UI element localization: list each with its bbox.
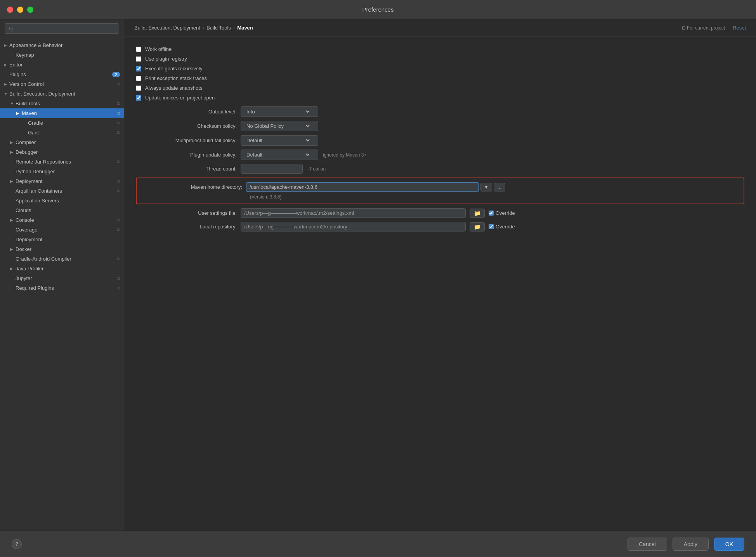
multiproject-policy-label: Multiproject build fail policy: bbox=[136, 138, 237, 143]
output-level-dropdown[interactable]: Info Debug Quiet bbox=[241, 106, 318, 117]
main-layout: ▶ Appearance & Behavior ▶ Keymap ▶ Edito… bbox=[0, 19, 756, 531]
sidebar-item-appearance-behavior[interactable]: ▶ Appearance & Behavior bbox=[0, 40, 124, 50]
copy-icon: ⧉ bbox=[117, 285, 120, 291]
execute-goals-row: Execute goals recursively bbox=[136, 64, 744, 73]
print-exception-checkbox[interactable] bbox=[136, 76, 141, 81]
help-button[interactable]: ? bbox=[12, 539, 22, 549]
sidebar-item-console[interactable]: ▶ Console ⧉ bbox=[0, 215, 124, 225]
sidebar-item-editor[interactable]: ▶ Editor bbox=[0, 60, 124, 70]
minimize-button[interactable] bbox=[17, 7, 23, 13]
update-indices-label: Update indices on project open bbox=[145, 95, 215, 101]
sidebar-item-clouds[interactable]: ▶ Clouds bbox=[0, 205, 124, 215]
thread-count-control: -T option bbox=[241, 164, 326, 174]
multiproject-policy-dropdown[interactable]: Default At End Never Fail Fast bbox=[241, 135, 318, 146]
user-settings-override-checkbox[interactable] bbox=[489, 211, 494, 216]
sidebar-item-docker[interactable]: ▶ Docker bbox=[0, 244, 124, 254]
checksum-policy-control: No Global Policy Strict Lax Ignore bbox=[241, 121, 318, 131]
local-repo-input[interactable] bbox=[241, 222, 466, 232]
sidebar-item-deployment2[interactable]: ▶ Deployment bbox=[0, 235, 124, 244]
sidebar-item-label: Coverage bbox=[9, 227, 37, 233]
sidebar-item-label: Deployment bbox=[16, 178, 42, 184]
user-settings-input[interactable] bbox=[241, 208, 466, 218]
sidebar-item-version-control[interactable]: ▶ Version Control ⧉ bbox=[0, 79, 124, 89]
close-button[interactable] bbox=[7, 7, 13, 13]
plugin-update-policy-row: Plugin update policy: Default Force Neve… bbox=[136, 150, 744, 160]
ok-button[interactable]: OK bbox=[714, 538, 744, 551]
maven-home-browse-btn[interactable]: … bbox=[494, 183, 505, 191]
copy-icon: ⧉ bbox=[117, 120, 120, 125]
expand-arrow-icon: ▶ bbox=[4, 82, 9, 86]
cancel-button[interactable]: Cancel bbox=[628, 538, 667, 551]
always-update-label: Always update snapshots bbox=[145, 85, 202, 91]
sidebar-item-plugins[interactable]: ▶ Plugins 2 bbox=[0, 70, 124, 79]
sidebar-item-label: Application Servers bbox=[9, 198, 59, 204]
sidebar-item-maven[interactable]: ▶ Maven ⧉ bbox=[0, 108, 124, 118]
plugin-update-policy-select[interactable]: Default Force Never Daily bbox=[245, 151, 311, 158]
execute-goals-label: Execute goals recursively bbox=[145, 66, 202, 71]
sidebar-item-label: Version Control bbox=[9, 81, 44, 87]
sidebar-item-python-debugger[interactable]: ▶ Python Debugger bbox=[0, 167, 124, 176]
search-box bbox=[0, 19, 124, 38]
sidebar-item-debugger[interactable]: ▶ Debugger bbox=[0, 147, 124, 157]
output-level-select[interactable]: Info Debug Quiet bbox=[245, 108, 311, 115]
sidebar-item-gant[interactable]: ▶ Gant ⧉ bbox=[0, 128, 124, 138]
sidebar-item-deployment[interactable]: ▶ Deployment ⧉ bbox=[0, 176, 124, 186]
user-settings-browse-btn[interactable]: 📁 bbox=[470, 209, 485, 218]
project-icon: ⊡ bbox=[682, 25, 686, 31]
sidebar-item-label: Build, Execution, Deployment bbox=[9, 91, 75, 97]
sidebar-item-remote-jar[interactable]: ▶ Remote Jar Repositories ⧉ bbox=[0, 157, 124, 167]
sidebar-item-label: Clouds bbox=[9, 207, 31, 213]
sidebar-item-label: Plugins bbox=[9, 71, 26, 77]
always-update-checkbox[interactable] bbox=[136, 85, 141, 91]
multiproject-policy-row: Multiproject build fail policy: Default … bbox=[136, 135, 744, 146]
sidebar-item-coverage[interactable]: ▶ Coverage ⧉ bbox=[0, 225, 124, 235]
thread-count-input[interactable] bbox=[241, 164, 303, 174]
reset-button[interactable]: Reset bbox=[733, 25, 746, 31]
breadcrumb-sep-1: › bbox=[203, 25, 204, 31]
update-indices-checkbox[interactable] bbox=[136, 95, 141, 101]
maven-home-input[interactable] bbox=[246, 182, 479, 192]
sidebar-item-required-plugins[interactable]: ▶ Required Plugins ⧉ bbox=[0, 283, 124, 293]
copy-icon: ⧉ bbox=[117, 179, 120, 184]
local-repo-override-wrap: Override bbox=[489, 224, 515, 230]
sidebar-item-build-exec-deploy[interactable]: ▼ Build, Execution, Deployment bbox=[0, 89, 124, 99]
output-level-control: Info Debug Quiet bbox=[241, 106, 318, 117]
search-input[interactable] bbox=[5, 23, 119, 34]
sidebar-item-keymap[interactable]: ▶ Keymap bbox=[0, 50, 124, 60]
checksum-policy-select[interactable]: No Global Policy Strict Lax Ignore bbox=[245, 123, 311, 129]
print-exception-label: Print exception stack traces bbox=[145, 75, 207, 81]
sidebar-item-jupyter[interactable]: ▶ Jupyter ⧉ bbox=[0, 273, 124, 283]
use-plugin-registry-checkbox[interactable] bbox=[136, 56, 141, 62]
sidebar-item-java-profiler[interactable]: ▶ Java Profiler bbox=[0, 264, 124, 273]
execute-goals-checkbox[interactable] bbox=[136, 66, 141, 71]
sidebar-item-label: Editor bbox=[9, 62, 23, 68]
sidebar-item-label: Required Plugins bbox=[9, 285, 54, 291]
copy-icon: ⧉ bbox=[117, 82, 120, 87]
update-indices-row: Update indices on project open bbox=[136, 93, 744, 103]
sidebar-item-build-tools[interactable]: ▼ Build Tools ⧉ bbox=[0, 99, 124, 108]
work-offline-checkbox[interactable] bbox=[136, 47, 141, 52]
apply-button[interactable]: Apply bbox=[673, 538, 709, 551]
use-plugin-registry-row: Use plugin registry bbox=[136, 54, 744, 64]
sidebar-item-gradle[interactable]: ▶ Gradle ⧉ bbox=[0, 118, 124, 128]
local-repo-override-checkbox[interactable] bbox=[489, 224, 494, 229]
breadcrumb-part-2: Build Tools bbox=[206, 25, 231, 31]
sidebar-item-compiler[interactable]: ▶ Compiler bbox=[0, 138, 124, 147]
maven-home-dropdown-btn[interactable]: ▼ bbox=[480, 183, 492, 191]
sidebar-item-gradle-android[interactable]: ▶ Gradle-Android Compiler ⧉ bbox=[0, 254, 124, 264]
maven-home-row: Maven home directory: ▼ … bbox=[141, 182, 739, 192]
multiproject-policy-select[interactable]: Default At End Never Fail Fast bbox=[245, 137, 311, 144]
maximize-button[interactable] bbox=[27, 7, 33, 13]
plugin-update-policy-dropdown[interactable]: Default Force Never Daily bbox=[241, 150, 318, 160]
thread-count-hint: -T option bbox=[307, 166, 326, 172]
expand-arrow-icon: ▶ bbox=[10, 247, 16, 251]
local-repo-browse-btn[interactable]: 📁 bbox=[470, 222, 485, 232]
sidebar-item-app-servers[interactable]: ▶ Application Servers bbox=[0, 196, 124, 205]
sidebar-item-label: Gant bbox=[9, 130, 39, 136]
sidebar-item-arquillian[interactable]: ▶ Arquillian Containers ⧉ bbox=[0, 186, 124, 196]
checksum-policy-label: Checksum policy: bbox=[136, 123, 237, 129]
breadcrumb-part-3: Maven bbox=[237, 25, 253, 31]
checksum-policy-dropdown[interactable]: No Global Policy Strict Lax Ignore bbox=[241, 121, 318, 131]
expand-arrow-icon: ▶ bbox=[16, 111, 22, 115]
always-update-row: Always update snapshots bbox=[136, 83, 744, 93]
